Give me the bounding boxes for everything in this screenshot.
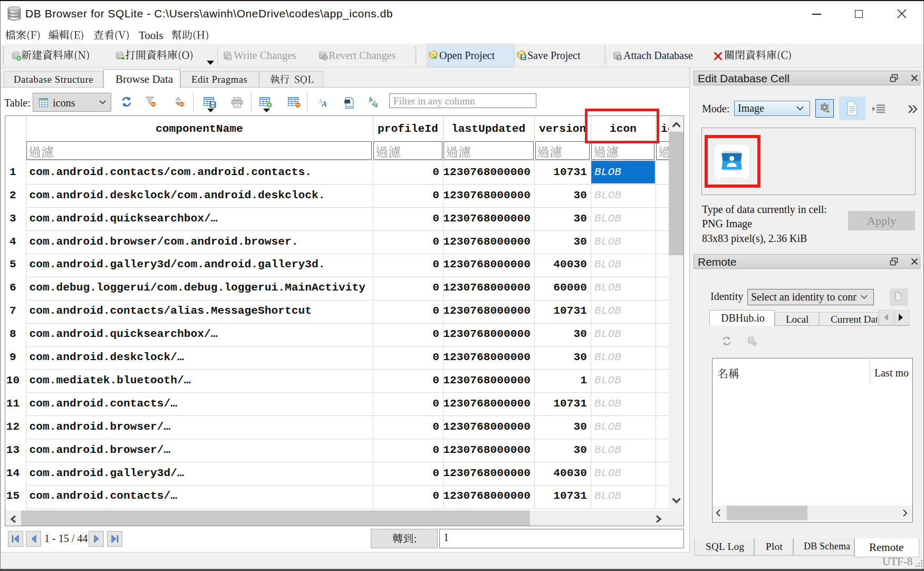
svg-text:a: a [374, 101, 378, 108]
svg-text:A: A [321, 100, 327, 107]
svg-text:b: b [369, 96, 373, 103]
